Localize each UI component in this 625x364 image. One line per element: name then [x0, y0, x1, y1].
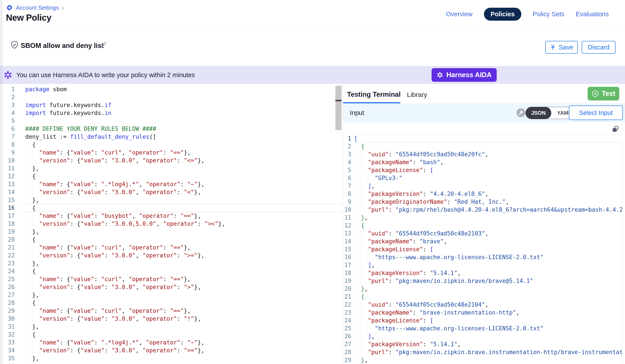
- code-line[interactable]: 13 "uuid": "65544df05cc9ad50c48e2103",: [343, 229, 622, 237]
- code-line[interactable]: 1package sbom: [0, 85, 343, 93]
- editor-scrollbar-handle[interactable]: [335, 100, 342, 101]
- code-line-text[interactable]: "packageVersion": "5.14.1",: [354, 340, 622, 348]
- code-line[interactable]: 15 },: [0, 196, 343, 204]
- code-line[interactable]: 20 {: [0, 236, 343, 244]
- code-line[interactable]: 4import future.keywords.in: [0, 109, 343, 117]
- select-input-button[interactable]: Select Input: [569, 106, 623, 120]
- code-line[interactable]: 32 {: [0, 331, 343, 338]
- tab-overview[interactable]: Overview: [446, 11, 472, 18]
- breadcrumb-link-account-settings[interactable]: Account Settings: [16, 4, 59, 11]
- code-line-text[interactable]: },: [20, 165, 343, 172]
- code-line-text[interactable]: package sbom: [20, 85, 343, 93]
- code-line[interactable]: 19 "purl": "pkg:maven/io.zipkin.brave/br…: [343, 277, 622, 285]
- code-line[interactable]: 15 "packageLicense": [: [343, 245, 622, 253]
- code-line[interactable]: 26 ],: [343, 332, 622, 340]
- code-line-text[interactable]: import future.keywords.if: [20, 101, 343, 109]
- code-line-text[interactable]: import future.keywords.in: [20, 109, 343, 117]
- code-line[interactable]: 8 "packageVersion": "4.4.20-4.el8_6",: [343, 190, 622, 198]
- code-line[interactable]: 22 "uuid": "65544df05cc9ad50c48e2104",: [343, 301, 622, 308]
- code-line-text[interactable]: },: [354, 356, 622, 364]
- code-line[interactable]: 29 },: [343, 356, 622, 364]
- code-line[interactable]: 25 "https---www.apache.org-licenses-LICE…: [343, 324, 622, 332]
- code-line[interactable]: 24 {: [0, 267, 343, 275]
- copy-icon[interactable]: [611, 126, 619, 134]
- input-json-editor[interactable]: 1[2 {3 "uuid": "65544df05cc9ad50c48e20fc…: [343, 122, 625, 364]
- code-line-text[interactable]: {: [20, 299, 343, 307]
- code-line-text[interactable]: },: [354, 285, 622, 293]
- code-line[interactable]: 8 {: [0, 141, 343, 149]
- code-line[interactable]: 22 "version": {"value": "3.0.0", "operat…: [0, 252, 343, 259]
- code-line[interactable]: 2 {: [343, 142, 622, 150]
- code-line-text[interactable]: {: [20, 267, 343, 275]
- tab-testing-terminal[interactable]: Testing Terminal: [347, 90, 401, 98]
- pin-icon[interactable]: [517, 108, 525, 118]
- code-line[interactable]: 24 "packageLicense": [: [343, 316, 622, 324]
- code-line-text[interactable]: {: [20, 204, 343, 212]
- code-line[interactable]: 6#### DEFINE YOUR DENY RULES BELOW ####: [0, 125, 343, 133]
- code-line-text[interactable]: {: [20, 172, 343, 180]
- code-line-text[interactable]: "purl": "pkg:maven/io.zipkin.brave/brave…: [354, 277, 622, 285]
- code-line-text[interactable]: "packageName": "brave-instrumentation-ht…: [354, 308, 622, 316]
- test-button[interactable]: Test: [588, 87, 619, 100]
- code-line-text[interactable]: "packageVersion": "4.4.20-4.el8_6",: [354, 190, 622, 198]
- code-line[interactable]: 14 "packageName": "brave",: [343, 237, 622, 245]
- code-line-text[interactable]: ],: [354, 332, 622, 340]
- code-line[interactable]: 16 "https---www.apache.org-licenses-LICE…: [343, 253, 622, 261]
- code-line[interactable]: 23 "packageName": "brave-instrumentation…: [343, 308, 622, 316]
- code-line-text[interactable]: },: [20, 196, 343, 204]
- code-line-text[interactable]: "packageLicense": [: [354, 166, 622, 174]
- code-line[interactable]: 19 },: [0, 228, 343, 236]
- code-line[interactable]: 28 "purl": "pkg:maven/io.zipkin.brave.in…: [343, 348, 622, 356]
- code-line[interactable]: 11 },: [343, 214, 622, 222]
- code-line-text[interactable]: "version": {"value": "3.0.0", "operator"…: [20, 252, 343, 259]
- code-line-text[interactable]: },: [20, 354, 343, 362]
- code-line-text[interactable]: "https---www.apache.org-licenses-LICENSE…: [354, 324, 622, 332]
- tab-library[interactable]: Library: [407, 91, 427, 98]
- code-line[interactable]: 18 "packageVersion": "5.14.1",: [343, 269, 622, 277]
- code-line[interactable]: 29 "name": {"value": "curl", "operator":…: [0, 307, 343, 315]
- code-line-text[interactable]: "packageVersion": "5.14.1",: [354, 269, 622, 277]
- code-line-text[interactable]: "GPLv3-": [354, 174, 622, 182]
- code-line-text[interactable]: {: [354, 293, 622, 301]
- code-line-text[interactable]: "uuid": "65544df05cc9ad50c48e20fc",: [354, 150, 622, 158]
- code-line[interactable]: 3 "uuid": "65544df05cc9ad50c48e20fc",: [343, 150, 622, 158]
- edit-pencil-icon[interactable]: [99, 41, 107, 50]
- code-line-text[interactable]: "version": {"value": "3.0.0", "operator"…: [20, 157, 343, 165]
- code-line[interactable]: 18 "version": {"value": "3.0.0,5.0.0", "…: [0, 220, 343, 228]
- code-line[interactable]: 5 "packageLicense": [: [343, 166, 622, 174]
- code-line-text[interactable]: },: [20, 291, 343, 299]
- code-line[interactable]: 31 },: [0, 323, 343, 331]
- code-line-text[interactable]: "https---www.apache.org-licenses-LICENSE…: [354, 253, 622, 261]
- code-line[interactable]: 11 },: [0, 165, 343, 172]
- code-line[interactable]: 1[: [343, 135, 622, 142]
- code-line-text[interactable]: {: [20, 236, 343, 244]
- harness-aida-button[interactable]: Harness AIDA: [432, 68, 497, 82]
- code-line[interactable]: 10 "version": {"value": "3.0.0", "operat…: [0, 157, 343, 165]
- code-line-text[interactable]: "version": {"value": "3.0.0", "operator"…: [20, 346, 343, 354]
- code-line-text[interactable]: "purl": "pkg:rpm/rhel/bash@4.4.20-4.el8_…: [354, 206, 622, 214]
- code-line[interactable]: 7deny_list := fill_default_deny_rules([: [0, 133, 343, 141]
- code-line[interactable]: 3import future.keywords.if: [0, 101, 343, 109]
- code-line[interactable]: 9 "name": {"value": "curl", "operator": …: [0, 149, 343, 157]
- code-line-text[interactable]: [: [354, 135, 622, 142]
- code-line-text[interactable]: [20, 117, 343, 125]
- code-line[interactable]: 35 },: [0, 354, 343, 362]
- code-line[interactable]: 21 {: [343, 293, 622, 301]
- code-line[interactable]: 6 "GPLv3-": [343, 174, 622, 182]
- code-line[interactable]: 14 "version": {"value": "3.0.0", "operat…: [0, 188, 343, 196]
- code-line-text[interactable]: "version": {"value": "3.0.0", "operator"…: [20, 188, 343, 196]
- code-line-text[interactable]: "purl": "pkg:maven/io.zipkin.brave.instr…: [354, 348, 622, 356]
- code-line[interactable]: 30 "version": {"value": "3.0.0", "operat…: [0, 315, 343, 323]
- code-line[interactable]: 2: [0, 93, 343, 101]
- code-line[interactable]: 4 "packageName": "bash",: [343, 158, 622, 166]
- save-button[interactable]: Save: [545, 41, 578, 54]
- code-line-text[interactable]: "name": {"value": ".*log4j.*", "operator…: [20, 180, 343, 188]
- code-line[interactable]: 23 },: [0, 259, 343, 267]
- code-line[interactable]: 20 },: [343, 285, 622, 293]
- code-line-text[interactable]: "version": {"value": "3.0.0", "operator"…: [20, 283, 343, 291]
- code-line[interactable]: 36 {: [0, 362, 343, 364]
- code-line[interactable]: 26 "version": {"value": "3.0.0", "operat…: [0, 283, 343, 291]
- code-line-text[interactable]: "name": {"value": ".*log4j.*", "operator…: [20, 338, 343, 346]
- code-line-text[interactable]: },: [354, 214, 622, 222]
- code-line[interactable]: 12 {: [0, 172, 343, 180]
